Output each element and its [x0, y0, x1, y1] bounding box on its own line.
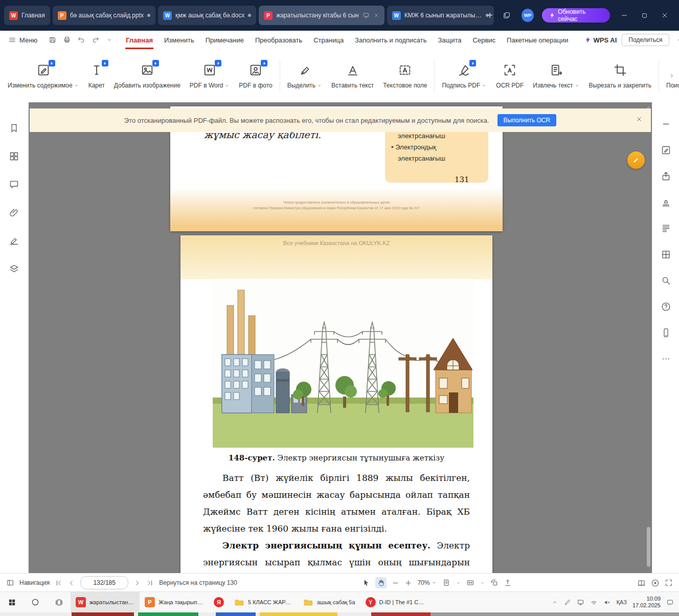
chevron-down-icon[interactable] [456, 580, 461, 586]
taskbar-app[interactable]: 5 КЛАСС ЖАРАТЫ... [229, 592, 298, 612]
menu-item-страница[interactable]: Страница [308, 31, 349, 49]
display-tray-icon[interactable] [577, 599, 584, 606]
ribbon-button-add-image[interactable]: Добавить изображение [109, 62, 185, 89]
edit-box-icon[interactable] [661, 145, 671, 156]
menu-item-главная[interactable]: Главная [120, 31, 159, 49]
clock[interactable]: 10:09 17.02.2025 [632, 596, 661, 609]
wifi-icon[interactable] [590, 599, 598, 606]
pen-tray-icon[interactable] [564, 599, 571, 606]
notification-close-icon[interactable] [636, 116, 643, 123]
action-center-icon[interactable] [666, 599, 674, 606]
ribbon-button-extract-text[interactable]: Извлечь текст [528, 62, 584, 89]
document-scrollbar[interactable] [645, 103, 652, 573]
menu-item-пакетные-операции[interactable]: Пакетные операции [501, 31, 574, 49]
hand-tool-icon[interactable] [375, 577, 387, 588]
zoom-level[interactable]: 70% [417, 579, 437, 586]
menu-icon[interactable] [5, 36, 19, 44]
print-icon[interactable] [60, 36, 74, 44]
export-button[interactable] [504, 579, 512, 587]
window-tab[interactable]: Pжаратылыстану кітабы 6 сын [259, 6, 384, 25]
taskbar-app[interactable]: Wжаратылыстану кіт... [71, 592, 140, 612]
ribbon-button-sign-pdf[interactable]: Подпись PDF [437, 62, 491, 89]
autoplay-button[interactable] [651, 579, 660, 587]
tab-list-icon[interactable] [500, 11, 513, 20]
gear-icon[interactable] [674, 36, 679, 44]
grid-icon[interactable] [661, 249, 671, 260]
undo-icon[interactable] [74, 36, 88, 44]
tray-expand-icon[interactable] [551, 599, 558, 606]
stamp-icon[interactable] [661, 197, 671, 208]
phone-icon[interactable] [661, 327, 671, 338]
zoom-in-button[interactable] [404, 579, 412, 587]
read-mode-button[interactable] [637, 579, 646, 587]
window-tab[interactable]: WКМЖ 6 сынып жаратылыстану(1) [387, 6, 494, 25]
zoom-out-button[interactable] [392, 579, 399, 587]
window-tab[interactable]: WГлавная [4, 6, 50, 25]
menu-label[interactable]: Меню [19, 36, 37, 44]
maximize-button[interactable] [639, 12, 650, 19]
redo-icon[interactable] [88, 36, 103, 44]
new-tab-button[interactable]: + [482, 10, 497, 20]
page-number-input[interactable]: 132/185 [80, 576, 128, 589]
prev-page-button[interactable] [67, 579, 75, 587]
ribbon-button-caret[interactable]: Карет [84, 62, 109, 89]
ribbon-button-pdf-photo[interactable]: PDF в фото [234, 62, 277, 89]
ai-pencil-fab[interactable] [627, 151, 645, 169]
chevron-down-icon[interactable] [103, 36, 116, 43]
update-now-button[interactable]: Обновить сейчас [542, 8, 610, 23]
taskbar-app[interactable]: ашық сабақ 5а [298, 592, 360, 612]
volume-muted-icon[interactable] [603, 599, 611, 606]
navigation-label[interactable]: Навигация [19, 579, 50, 586]
ribbon-button-text-box[interactable]: Текстовое поле [378, 62, 432, 89]
fit-page-button[interactable] [442, 579, 450, 587]
ribbon-button-pdf-word[interactable]: PDF в Word [185, 62, 235, 89]
menu-item-преобразовать[interactable]: Преобразовать [250, 31, 308, 49]
search-icon[interactable] [661, 275, 671, 286]
chevron-down-icon[interactable] [480, 580, 485, 586]
task-view-button[interactable] [47, 592, 71, 612]
text-lines-icon[interactable] [661, 223, 671, 234]
menu-item-сервис[interactable]: Сервис [467, 31, 502, 49]
ribbon-button-insert-text[interactable]: Вставить текст [327, 62, 378, 89]
share-button[interactable]: Поделиться [622, 34, 669, 46]
save-icon[interactable] [46, 36, 60, 44]
bookmark-icon[interactable] [9, 123, 19, 134]
close-button[interactable] [659, 11, 671, 19]
tab-cast-icon[interactable] [363, 12, 370, 19]
back-to-page-link[interactable]: Вернуться на страницу 130 [159, 579, 237, 586]
collapse-icon[interactable] [661, 119, 671, 129]
ribbon-button-edit-content[interactable]: Изменить содержимое [3, 62, 84, 89]
signature-icon[interactable] [9, 235, 19, 246]
avatar[interactable]: WP [522, 9, 534, 22]
fit-width-button[interactable] [466, 579, 474, 587]
help-icon[interactable] [661, 301, 671, 312]
ribbon-overflow-icon[interactable] [666, 69, 678, 83]
taskbar-app[interactable]: Я [209, 592, 229, 612]
next-page-button[interactable] [133, 579, 141, 587]
search-assistant-button[interactable] [24, 592, 47, 612]
scrollbar-thumb[interactable] [647, 527, 650, 567]
run-ocr-button[interactable]: Выполнить OCR [497, 114, 557, 126]
first-page-button[interactable] [55, 579, 62, 587]
start-button[interactable] [0, 592, 24, 612]
menu-item-примечание[interactable]: Примечание [200, 31, 250, 49]
rotate-button[interactable] [490, 579, 499, 587]
tab-close-icon[interactable] [373, 12, 379, 18]
menu-item-заполнить-и-подписать[interactable]: Заполнить и подписать [349, 31, 432, 49]
fullscreen-button[interactable] [665, 579, 673, 587]
taskbar-app[interactable]: YD-ID | The #1 Choic... [360, 592, 429, 612]
menu-item-изменить[interactable]: Изменить [159, 31, 200, 49]
navigation-panel-icon[interactable] [6, 579, 14, 587]
comment-icon[interactable] [9, 179, 19, 190]
attachment-icon[interactable] [9, 207, 19, 218]
menu-item-защита[interactable]: Защита [432, 31, 467, 49]
ribbon-button-crop-pin[interactable]: Вырезать и закрепить [584, 62, 656, 89]
more-icon[interactable] [661, 354, 671, 364]
taskbar-app[interactable]: PЖаңа тақырыпты ... [140, 592, 209, 612]
document-canvas[interactable]: Это отсканированный PDF-файл. Вы можете … [29, 102, 652, 573]
layers-icon[interactable] [9, 263, 19, 274]
ribbon-button-highlight[interactable]: Выделить [283, 62, 327, 89]
wps-ai-button[interactable]: WPS AI [584, 36, 617, 44]
select-tool-icon[interactable] [362, 579, 370, 587]
language-indicator[interactable]: ҚАЗ [617, 599, 627, 605]
